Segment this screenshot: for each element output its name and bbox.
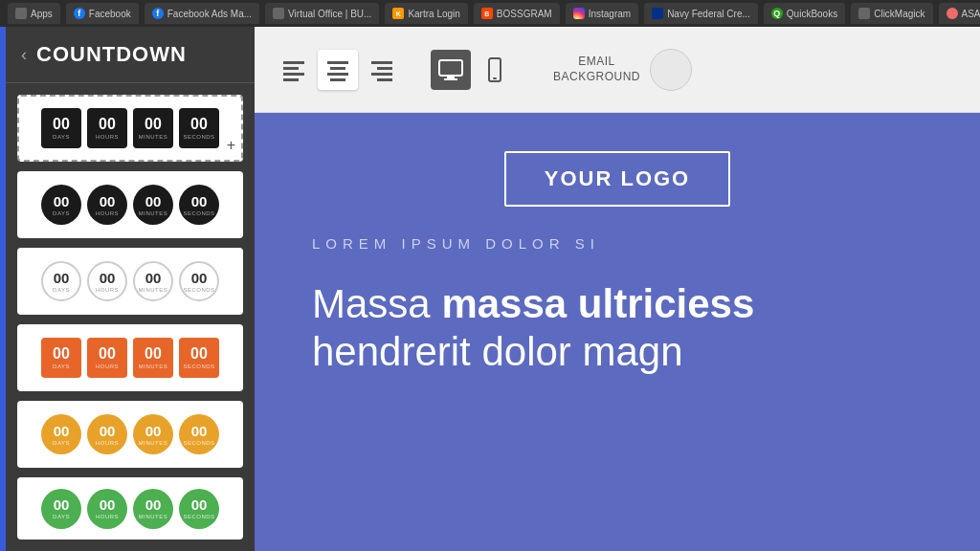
plus-cursor: + (227, 137, 235, 154)
timer-yellow-minutes: 00 MINUTES (133, 414, 173, 454)
timer-green-minutes: 00 MINUTES (133, 489, 173, 529)
bg-color-swatch[interactable] (650, 49, 692, 91)
browser-toolbar: Apps f Facebook f Facebook Ads Ma... Vir… (0, 0, 980, 27)
countdown-list: 00 DAYS 00 HOURS 00 MINUTES 00 SECONDS + (6, 83, 255, 551)
bossgram-icon: B (481, 8, 493, 19)
layout-icons-group (274, 50, 402, 90)
tab-navy[interactable]: Navy Federal Cre... (644, 3, 758, 24)
svg-rect-3 (283, 78, 299, 81)
facebook-icon: f (74, 8, 85, 19)
clickmagick-icon (858, 8, 870, 19)
mobile-view-button[interactable] (475, 50, 515, 90)
apps-icon (15, 8, 27, 19)
timer-outline-hours: 00 HOURS (87, 261, 127, 301)
timer-box-hours: 00 HOURS (87, 108, 127, 148)
svg-rect-4 (327, 61, 348, 64)
asana-icon (947, 8, 958, 19)
timer-circle-minutes: 00 MINUTES (133, 185, 173, 225)
canvas-area: YOUR LOGO LOREM IPSUM DOLOR SI Massa mas… (255, 113, 980, 551)
svg-rect-6 (327, 73, 348, 76)
countdown-style-yellow-circles[interactable]: 00 DAYS 00 HOURS 00 MINUTES 00 SECONDS (17, 401, 243, 468)
svg-rect-13 (447, 76, 455, 78)
timer-yellow-seconds: 00 SECONDS (179, 414, 219, 454)
tab-apps[interactable]: Apps (8, 3, 60, 24)
timer-orange-days: 00 DAYS (41, 338, 81, 378)
desktop-view-button[interactable] (431, 50, 471, 90)
quickbooks-icon: Q (771, 8, 783, 19)
timer-box-seconds: 00 SECONDS (179, 108, 219, 148)
back-button[interactable]: ‹ (21, 45, 27, 65)
timer-box-minutes: 00 MINUTES (133, 108, 173, 148)
timer-orange-seconds: 00 SECONDS (179, 338, 219, 378)
svg-rect-8 (371, 61, 392, 64)
fb-ads-icon: f (152, 8, 164, 19)
top-toolbar: EMAILBACKGROUND (255, 27, 980, 113)
timer-outline-days: 00 DAYS (41, 261, 81, 301)
align-left-button[interactable] (274, 50, 314, 90)
device-icons-group (431, 50, 515, 90)
tab-bossgram[interactable]: B BOSSGRAM (474, 3, 560, 24)
svg-rect-0 (283, 61, 304, 64)
sidebar-title: COUNTDOWN (36, 42, 187, 67)
countdown-style-outline-circles[interactable]: 00 DAYS 00 HOURS 00 MINUTES 00 SECONDS (17, 248, 243, 315)
desktop-icon (437, 56, 464, 83)
timer-orange-hours: 00 HOURS (87, 338, 127, 378)
svg-rect-14 (444, 78, 457, 80)
content-area: EMAILBACKGROUND YOUR LOGO LOREM IPSUM DO… (255, 27, 980, 551)
logo-box: YOUR LOGO (504, 151, 730, 207)
timer-circle-hours: 00 HOURS (87, 185, 127, 225)
canvas-subtitle: LOREM IPSUM DOLOR SI (312, 235, 600, 252)
timer-outline-seconds: 00 SECONDS (179, 261, 219, 301)
virtual-office-icon (273, 8, 284, 19)
svg-rect-5 (330, 67, 345, 70)
countdown-style-black-circles[interactable]: 00 DAYS 00 HOURS 00 MINUTES 00 SECONDS (17, 171, 243, 238)
navy-icon (652, 8, 663, 19)
tab-clickmagick[interactable]: ClickMagick (851, 3, 932, 24)
align-center-button[interactable] (318, 50, 358, 90)
tab-instagram[interactable]: Instagram (566, 3, 638, 24)
timer-orange-minutes: 00 MINUTES (133, 338, 173, 378)
timer-box-days: 00 DAYS (41, 108, 81, 148)
timer-circle-seconds: 00 SECONDS (179, 185, 219, 225)
timer-circle-days: 00 DAYS (41, 185, 81, 225)
sidebar-panel: ‹ COUNTDOWN 00 DAYS 00 HOURS 00 MINUTES (6, 27, 255, 551)
svg-rect-1 (283, 67, 299, 70)
tab-asana[interactable]: ASANA (939, 3, 980, 24)
tab-quickbooks[interactable]: Q QuickBooks (764, 3, 845, 24)
align-right-button[interactable] (362, 50, 402, 90)
svg-rect-9 (377, 67, 392, 70)
svg-rect-16 (493, 77, 497, 79)
canvas-headline: Massa massa ultriciess hendrerit dolor m… (312, 280, 754, 377)
tab-kartra[interactable]: K Kartra Login (385, 3, 467, 24)
tab-facebook[interactable]: f Facebook (66, 3, 139, 24)
timer-green-days: 00 DAYS (41, 489, 81, 529)
logo-text: YOUR LOGO (545, 166, 690, 190)
countdown-style-black-squares[interactable]: 00 DAYS 00 HOURS 00 MINUTES 00 SECONDS + (17, 95, 243, 162)
mobile-icon (481, 56, 508, 83)
align-right-icon (368, 56, 395, 83)
svg-rect-11 (377, 78, 392, 81)
instagram-icon (573, 8, 585, 19)
svg-rect-2 (283, 73, 304, 76)
timer-green-seconds: 00 SECONDS (179, 489, 219, 529)
timer-yellow-days: 00 DAYS (41, 414, 81, 454)
countdown-style-orange-squares[interactable]: 00 DAYS 00 HOURS 00 MINUTES 00 SECONDS (17, 324, 243, 391)
email-bg-label: EMAILBACKGROUND (553, 55, 640, 84)
sidebar-header: ‹ COUNTDOWN (6, 27, 255, 83)
timer-outline-minutes: 00 MINUTES (133, 261, 173, 301)
email-bg-section: EMAILBACKGROUND (553, 49, 692, 91)
timer-yellow-hours: 00 HOURS (87, 414, 127, 454)
svg-rect-7 (330, 78, 345, 81)
kartra-icon: K (392, 8, 404, 19)
align-center-icon (324, 56, 351, 83)
align-left-icon (280, 56, 307, 83)
timer-green-hours: 00 HOURS (87, 489, 127, 529)
svg-rect-12 (439, 60, 462, 76)
tab-fb-ads[interactable]: f Facebook Ads Ma... (145, 3, 259, 24)
tab-virtual-office[interactable]: Virtual Office | BU... (265, 3, 379, 24)
svg-rect-10 (371, 73, 392, 76)
countdown-style-green-circles[interactable]: 00 DAYS 00 HOURS 00 MINUTES 00 SECONDS (17, 477, 243, 540)
main-layout: ‹ COUNTDOWN 00 DAYS 00 HOURS 00 MINUTES (0, 27, 980, 551)
